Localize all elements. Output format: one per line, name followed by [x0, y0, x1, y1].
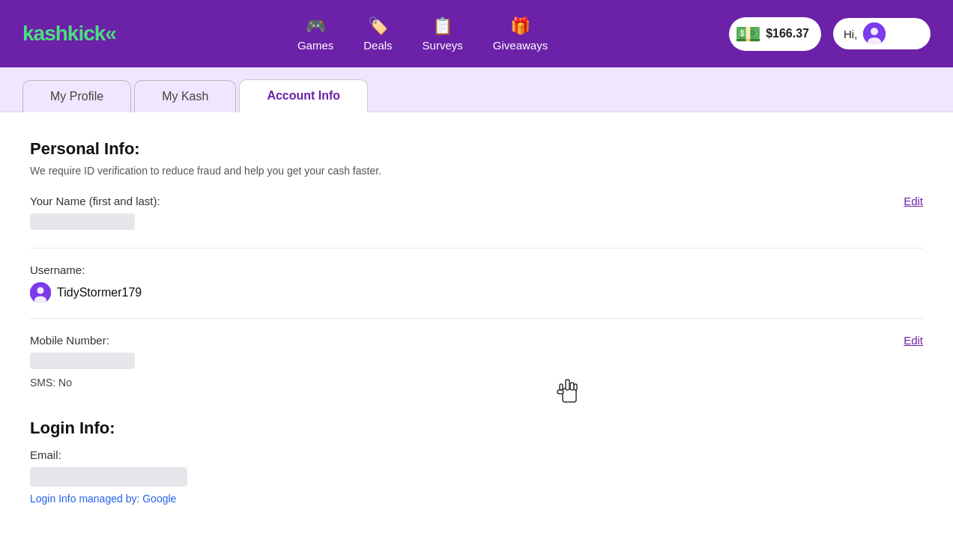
name-label: Your Name (first and last):	[30, 195, 889, 207]
username-value: TidyStormer179	[57, 286, 142, 299]
login-info-title: Login Info:	[30, 419, 923, 438]
username-display: TidyStormer179	[30, 282, 923, 303]
user-badge[interactable]: Hi,	[833, 18, 931, 49]
giveaways-icon: 🎁	[510, 16, 530, 36]
user-avatar	[863, 22, 886, 45]
sms-status: SMS: No	[30, 377, 72, 389]
nav-games[interactable]: 🎮 Games	[297, 16, 333, 52]
mobile-value-bar	[30, 353, 135, 369]
tab-my-profile-label: My Profile	[50, 90, 103, 103]
username-field-left: Username: TidyStormer179	[30, 264, 923, 303]
svg-point-4	[37, 287, 44, 294]
nav-giveaways-label: Giveaways	[493, 39, 548, 52]
header: kashkick« 🎮 Games 🏷️ Deals 📋 Surveys 🎁 G…	[0, 0, 953, 67]
tab-my-kash-label: My Kash	[162, 90, 208, 103]
name-value-bar	[30, 213, 135, 230]
main-nav: 🎮 Games 🏷️ Deals 📋 Surveys 🎁 Giveaways	[146, 16, 699, 52]
nav-deals-label: Deals	[363, 39, 392, 52]
name-field-left: Your Name (first and last):	[30, 195, 889, 233]
mobile-edit-button[interactable]: Edit	[889, 334, 923, 347]
hi-text: Hi,	[844, 28, 857, 40]
money-icon: 💵	[735, 22, 761, 46]
logo-accent: «	[105, 22, 116, 45]
email-value-bar	[30, 467, 187, 487]
logo-text: kashkick	[22, 22, 105, 45]
balance-badge[interactable]: 💵 $166.37	[729, 17, 821, 51]
tab-my-profile[interactable]: My Profile	[22, 80, 131, 112]
mobile-field-left: Mobile Number:	[30, 334, 889, 372]
nav-surveys-label: Surveys	[423, 39, 463, 52]
surveys-icon: 📋	[432, 16, 453, 36]
nav-surveys[interactable]: 📋 Surveys	[423, 16, 463, 52]
deals-icon: 🏷️	[368, 16, 388, 36]
login-info-section: Login Info: Email: Login Info managed by…	[30, 419, 923, 505]
name-field-row: Your Name (first and last): Edit	[30, 195, 923, 249]
header-right: 💵 $166.37 Hi,	[729, 17, 931, 51]
tab-account-info[interactable]: Account Info	[239, 79, 368, 112]
tab-my-kash[interactable]: My Kash	[134, 80, 236, 112]
username-avatar-icon	[30, 282, 51, 303]
tab-account-info-label: Account Info	[267, 89, 340, 102]
username-label: Username:	[30, 264, 923, 276]
mobile-field-row: Mobile Number: Edit SMS: No	[30, 334, 923, 404]
tabs-bar: My Profile My Kash Account Info	[0, 67, 953, 112]
personal-info-title: Personal Info:	[30, 139, 923, 159]
email-label: Email:	[30, 448, 923, 461]
nav-games-label: Games	[297, 39, 333, 52]
name-edit-button[interactable]: Edit	[889, 195, 923, 207]
mobile-label: Mobile Number:	[30, 334, 889, 347]
logo[interactable]: kashkick«	[22, 22, 116, 46]
main-content: Personal Info: We require ID verificatio…	[0, 112, 953, 560]
balance-amount: $166.37	[766, 27, 809, 40]
personal-info-section: Personal Info: We require ID verificatio…	[30, 139, 923, 404]
svg-point-1	[871, 28, 878, 35]
nav-giveaways[interactable]: 🎁 Giveaways	[493, 16, 548, 52]
username-field-row: Username: TidyStormer179	[30, 264, 923, 319]
games-icon: 🎮	[306, 16, 326, 36]
nav-deals[interactable]: 🏷️ Deals	[363, 16, 392, 52]
personal-info-subtitle: We require ID verification to reduce fra…	[30, 165, 923, 177]
managed-by-text: Login Info managed by: Google	[30, 493, 923, 505]
